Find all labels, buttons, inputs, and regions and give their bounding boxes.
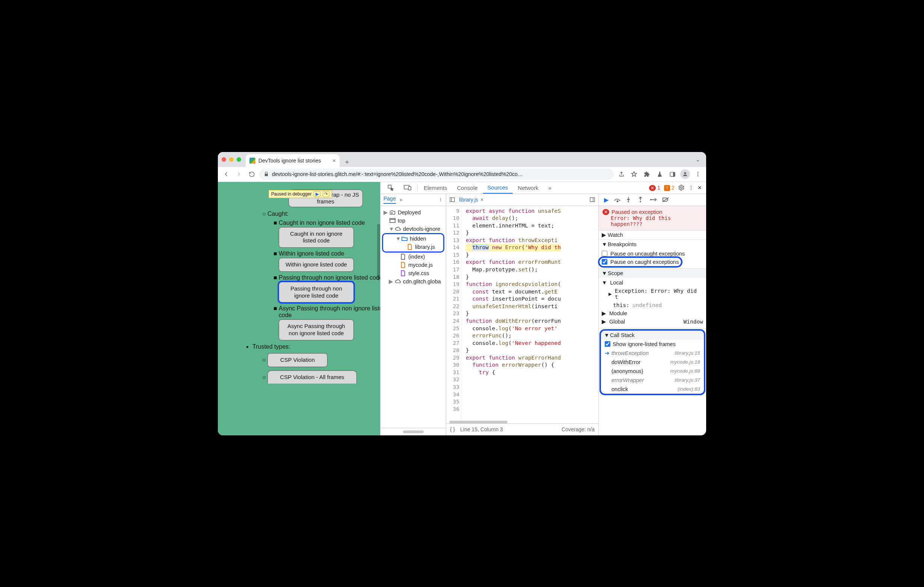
scope-exception[interactable]: ▶Exception: Error: Why did t: [602, 287, 703, 301]
chrome-menu-icon[interactable]: [693, 169, 703, 179]
format-code-icon[interactable]: { }: [450, 426, 455, 432]
content-row: Paused in debugger ▶ ↷ WebAssembly trap …: [218, 182, 706, 436]
omnibox[interactable]: devtools-ignore-list-stories.glitch.me/#…: [259, 169, 614, 180]
scope-module[interactable]: ▶Module: [602, 309, 703, 317]
tree-item-label: library.js: [415, 244, 435, 250]
tab-strip: DevTools ignore list stories × ＋ ⌄: [218, 152, 706, 167]
more-navigator-tabs-icon[interactable]: »: [400, 197, 403, 203]
devtools-tabstrip: Elements Console Sources Network » ✕ 1 !…: [381, 182, 706, 194]
fullscreen-window-button[interactable]: [237, 157, 241, 162]
step-over-icon[interactable]: [614, 197, 623, 203]
devtools-close-icon[interactable]: ×: [698, 184, 702, 192]
lock-icon: [264, 171, 269, 177]
bookmark-star-icon[interactable]: [629, 169, 639, 179]
back-button[interactable]: [221, 169, 231, 179]
step-icon[interactable]: [650, 197, 659, 202]
debugger-paused-label: Paused in debugger: [271, 191, 311, 197]
browser-window: DevTools ignore list stories × ＋ ⌄ devto…: [218, 152, 706, 436]
devtools-tab-sources[interactable]: Sources: [483, 182, 513, 194]
scope-section-header[interactable]: ▼Scope: [599, 269, 706, 278]
editor-tab[interactable]: library.js ×: [459, 197, 483, 203]
minimize-window-button[interactable]: [229, 157, 234, 162]
pause-uncaught-checkbox[interactable]: Pause on uncaught exceptions: [602, 250, 703, 258]
browser-tab[interactable]: DevTools ignore list stories ×: [246, 154, 340, 167]
file-tree[interactable]: ▶Deployedtop▼devtools-ignore▼hiddenlibra…: [381, 206, 446, 428]
devtools-tab-network[interactable]: Network: [513, 183, 543, 193]
profile-avatar[interactable]: [680, 169, 690, 179]
extensions-icon[interactable]: [642, 169, 652, 179]
navigator-tab-page[interactable]: Page: [383, 196, 396, 204]
settings-gear-icon[interactable]: [678, 184, 685, 191]
inspect-icon[interactable]: [383, 182, 399, 193]
page-button[interactable]: Passing through non ignore listed code: [279, 282, 354, 303]
tree-item[interactable]: (index): [382, 253, 444, 261]
new-tab-button[interactable]: ＋: [342, 156, 352, 167]
deactivate-breakpoints-icon[interactable]: [662, 197, 671, 203]
tree-item[interactable]: mycode.js: [382, 261, 444, 269]
page-button[interactable]: CSP Violation: [267, 353, 328, 367]
step-out-icon[interactable]: [638, 197, 647, 203]
tree-item[interactable]: library.js: [383, 243, 443, 251]
source-editor: library.js × 910111213141516171819202122…: [446, 194, 599, 436]
svg-point-2: [684, 172, 686, 174]
toggle-debugger-icon[interactable]: [589, 197, 595, 203]
navigator-menu-icon[interactable]: [438, 197, 443, 202]
call-stack-frame[interactable]: (anonymous)mycode.js:89: [601, 367, 704, 376]
call-stack-header[interactable]: ▼Call Stack: [601, 330, 704, 340]
page-scrollbar-thumb[interactable]: [377, 224, 380, 280]
forward-button[interactable]: [234, 169, 244, 179]
tree-item[interactable]: ▼hidden: [383, 235, 443, 243]
list-item: Within ignore listed code Within ignore …: [279, 250, 380, 273]
devtools-menu-icon[interactable]: [688, 185, 694, 190]
tree-item[interactable]: ▶cdn.glitch.globa: [382, 277, 444, 286]
svg-point-25: [650, 199, 652, 201]
line-gutter: 9101112131415161718192021222324252627282…: [446, 206, 462, 423]
editor-scrollbar-thumb[interactable]: [449, 421, 507, 423]
tree-item[interactable]: top: [382, 217, 444, 225]
call-stack-frame[interactable]: doWithErrormycode.js:18: [601, 358, 704, 367]
errors-badge[interactable]: ✕ 1: [649, 185, 660, 191]
tabs-menu-icon[interactable]: ⌄: [696, 156, 700, 163]
devtools-tab-console[interactable]: Console: [453, 183, 482, 193]
close-editor-tab-icon[interactable]: ×: [480, 197, 483, 203]
navigator-scrollbar[interactable]: [381, 428, 446, 436]
side-panel-icon[interactable]: [667, 169, 678, 179]
tree-item-label: mycode.js: [408, 262, 433, 268]
pause-caught-checkbox[interactable]: Pause on caught exceptions: [602, 258, 679, 266]
breakpoints-section-header[interactable]: ▼Breakpoints: [599, 240, 706, 249]
tree-item[interactable]: style.css: [382, 269, 444, 277]
call-stack-frame[interactable]: onclick(index):83: [601, 385, 704, 394]
scope-this: this: undefined: [602, 301, 703, 309]
close-tab-icon[interactable]: ×: [332, 157, 336, 164]
scope-local[interactable]: ▼Local: [602, 278, 703, 287]
svg-rect-18: [450, 198, 454, 202]
share-icon[interactable]: [616, 169, 627, 179]
file-js-icon: [407, 244, 413, 250]
devtools-tab-elements[interactable]: Elements: [419, 183, 452, 193]
tree-item[interactable]: ▶Deployed: [382, 208, 444, 217]
tree-item[interactable]: ▼devtools-ignore: [382, 225, 444, 233]
more-tabs-icon[interactable]: »: [544, 183, 556, 193]
page-button[interactable]: CSP Violation - All frames: [267, 370, 357, 384]
svg-point-23: [628, 201, 629, 203]
labs-icon[interactable]: [654, 169, 665, 179]
reload-button[interactable]: [246, 169, 257, 179]
page-button[interactable]: Async Passing through non ignore listed …: [279, 319, 354, 340]
watch-section-header[interactable]: ▶Watch: [599, 230, 706, 240]
show-ignored-frames-checkbox[interactable]: Show ignore-listed frames: [601, 340, 704, 349]
call-stack-frame[interactable]: errorWrapperlibrary.js:37: [601, 376, 704, 385]
call-stack-frame[interactable]: ➔throwExceptionlibrary.js:15: [601, 349, 704, 358]
resume-icon[interactable]: ▶: [602, 196, 611, 204]
device-toggle-icon[interactable]: [399, 183, 416, 193]
debugger-step-over-icon[interactable]: ↷: [323, 191, 329, 197]
scope-global[interactable]: ▶GlobalWindow: [602, 317, 703, 326]
close-window-button[interactable]: [222, 157, 226, 162]
code-area[interactable]: 9101112131415161718192021222324252627282…: [446, 206, 598, 423]
page-button[interactable]: Within ignore listed code: [279, 258, 354, 272]
url-text: devtools-ignore-list-stories.glitch.me/#…: [272, 171, 523, 177]
warnings-badge[interactable]: ! 2: [664, 185, 675, 191]
page-button[interactable]: Caught in non ignore listed code: [279, 227, 354, 248]
debugger-resume-icon[interactable]: ▶: [314, 191, 320, 197]
step-into-icon[interactable]: [626, 197, 635, 203]
toggle-navigator-icon[interactable]: [449, 197, 455, 203]
